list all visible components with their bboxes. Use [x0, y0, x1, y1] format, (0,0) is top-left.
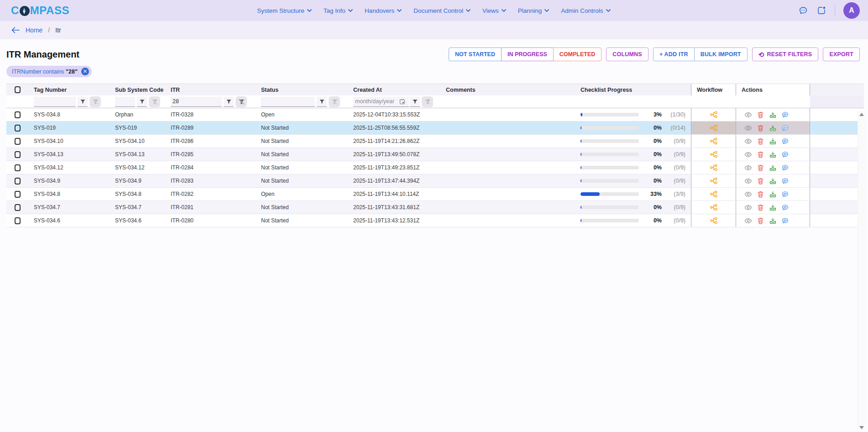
import-icon[interactable]	[769, 177, 777, 185]
view-icon[interactable]	[744, 111, 752, 119]
comment-icon[interactable]	[781, 137, 789, 145]
columns-button[interactable]: COLUMNS	[606, 47, 648, 61]
status-filter-clear-icon[interactable]	[329, 96, 340, 107]
header-status[interactable]: Status	[256, 87, 348, 93]
comment-icon[interactable]	[781, 190, 789, 198]
view-icon[interactable]	[744, 204, 752, 211]
delete-icon[interactable]	[757, 151, 764, 158]
import-icon[interactable]	[769, 204, 777, 211]
header-tag-number[interactable]: Tag Number	[28, 87, 110, 93]
comment-icon[interactable]	[781, 204, 789, 211]
delete-icon[interactable]	[757, 137, 764, 145]
back-arrow-icon[interactable]	[11, 26, 20, 34]
row-checkbox[interactable]	[15, 138, 21, 145]
bulk-import-button[interactable]: BULK IMPORT	[694, 47, 748, 61]
chat-icon[interactable]	[798, 5, 808, 16]
itr-filter-clear-icon[interactable]	[235, 96, 247, 107]
header-comments[interactable]: Comments	[440, 87, 575, 93]
sub-system-filter-input[interactable]	[115, 97, 135, 107]
not-started-button[interactable]: NOT STARTED	[449, 47, 502, 61]
export-button[interactable]: EXPORT	[823, 47, 860, 61]
created-at-filter-clear-icon[interactable]	[422, 96, 433, 107]
delete-icon[interactable]	[757, 124, 764, 132]
workflow-icon[interactable]	[710, 177, 718, 185]
delete-icon[interactable]	[757, 164, 764, 172]
comment-icon[interactable]	[781, 111, 789, 119]
import-icon[interactable]	[769, 137, 777, 145]
workflow-icon[interactable]	[710, 203, 718, 211]
workflow-icon[interactable]	[710, 216, 718, 225]
calendar-icon[interactable]	[399, 98, 406, 105]
import-icon[interactable]	[769, 124, 777, 132]
header-itr[interactable]: ITR	[165, 87, 256, 93]
comment-icon[interactable]	[781, 124, 789, 132]
header-created-at[interactable]: Created At	[348, 87, 440, 93]
row-checkbox[interactable]	[15, 178, 21, 184]
workflow-icon[interactable]	[710, 163, 718, 172]
view-icon[interactable]	[744, 124, 752, 132]
compass-logo[interactable]: C MPASS	[11, 4, 69, 17]
workflow-icon[interactable]	[710, 137, 718, 145]
import-icon[interactable]	[769, 111, 777, 119]
filter-chip-close-icon[interactable]: ✕	[81, 68, 89, 75]
itr-filter-input[interactable]	[171, 97, 222, 107]
row-checkbox[interactable]	[15, 217, 21, 224]
workflow-icon[interactable]	[710, 111, 718, 119]
delete-icon[interactable]	[757, 204, 764, 211]
delete-icon[interactable]	[757, 177, 764, 185]
delete-icon[interactable]	[757, 217, 764, 225]
import-icon[interactable]	[769, 151, 777, 158]
select-all-checkbox[interactable]	[15, 86, 21, 93]
import-icon[interactable]	[769, 164, 777, 172]
nav-item-document-control[interactable]: Document Control	[413, 7, 471, 14]
comment-icon[interactable]	[781, 177, 789, 185]
reset-filters-button[interactable]: ⟲ RESET FILTERS	[752, 47, 819, 61]
header-sub-system-code[interactable]: Sub System Code	[110, 87, 165, 93]
breadcrumb-home-link[interactable]: Home	[26, 26, 42, 34]
nav-item-admin-controls[interactable]: Admin Controls	[561, 7, 610, 14]
workflow-icon[interactable]	[710, 190, 718, 198]
view-icon[interactable]	[744, 190, 752, 198]
view-icon[interactable]	[744, 164, 752, 172]
workflow-icon[interactable]	[710, 150, 718, 158]
view-icon[interactable]	[744, 217, 752, 225]
nav-item-tag-info[interactable]: Tag Info	[324, 7, 353, 14]
comment-icon[interactable]	[781, 164, 789, 172]
sub-system-filter-clear-icon[interactable]	[149, 96, 160, 107]
import-icon[interactable]	[769, 217, 777, 225]
view-icon[interactable]	[744, 151, 752, 158]
nav-item-views[interactable]: Views	[482, 7, 506, 14]
delete-icon[interactable]	[757, 190, 764, 198]
nav-item-system-structure[interactable]: System Structure	[257, 7, 312, 14]
row-checkbox[interactable]	[15, 164, 21, 171]
row-checkbox[interactable]	[15, 151, 21, 158]
nav-item-handovers[interactable]: Handovers	[365, 7, 402, 14]
vertical-scrollbar[interactable]	[858, 111, 865, 431]
in-progress-button[interactable]: IN PROGRESS	[501, 47, 554, 61]
tag-filter-clear-icon[interactable]	[89, 96, 101, 107]
import-icon[interactable]	[769, 190, 777, 198]
created-at-filter-funnel-icon[interactable]	[410, 97, 420, 107]
row-checkbox[interactable]	[15, 111, 21, 118]
sub-system-filter-funnel-icon[interactable]	[137, 97, 147, 107]
view-icon[interactable]	[744, 177, 752, 185]
row-checkbox[interactable]	[15, 204, 21, 211]
itr-filter-funnel-icon[interactable]	[224, 97, 234, 107]
status-filter-funnel-icon[interactable]	[317, 97, 327, 107]
scroll-down-icon[interactable]	[859, 426, 864, 429]
notifications-icon[interactable]	[816, 5, 826, 16]
comment-icon[interactable]	[781, 217, 789, 225]
avatar[interactable]: A	[843, 2, 860, 19]
nav-item-planning[interactable]: Planning	[518, 7, 549, 14]
workflow-icon[interactable]	[710, 124, 718, 132]
view-icon[interactable]	[744, 137, 752, 145]
comment-icon[interactable]	[781, 151, 789, 158]
add-itr-button[interactable]: + ADD ITR	[653, 47, 695, 61]
delete-icon[interactable]	[757, 111, 764, 119]
header-checklist-progress[interactable]: Checklist Progress	[575, 87, 691, 93]
tag-filter-funnel-icon[interactable]	[78, 97, 88, 107]
row-checkbox[interactable]	[15, 191, 21, 198]
scroll-up-icon[interactable]	[859, 113, 864, 116]
row-checkbox[interactable]	[15, 125, 21, 132]
status-filter-input[interactable]	[261, 97, 315, 107]
